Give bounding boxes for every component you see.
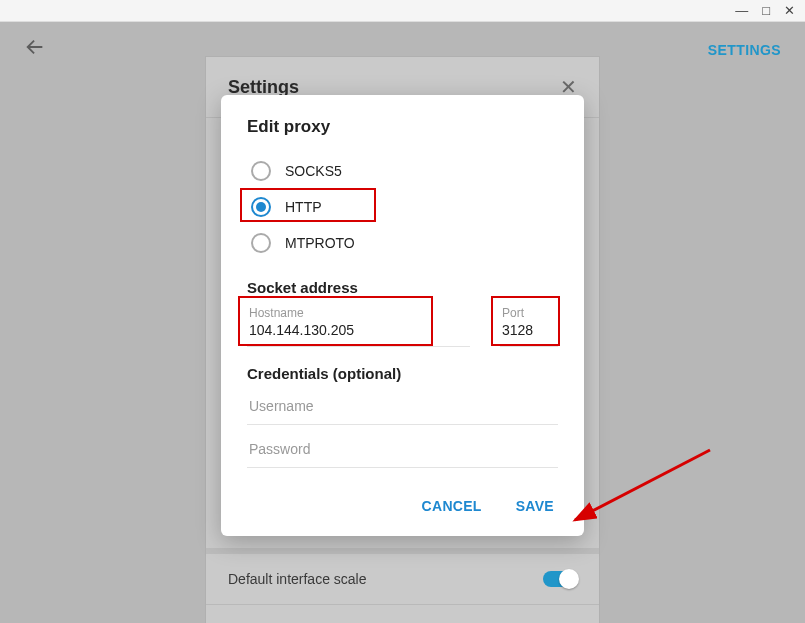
minimize-icon[interactable]: — xyxy=(735,4,748,17)
cancel-button[interactable]: CANCEL xyxy=(418,492,486,520)
edit-proxy-modal: Edit proxy SOCKS5 HTTP MTPROTO Socket ad… xyxy=(221,95,584,536)
back-arrow-icon[interactable] xyxy=(24,36,46,64)
modal-title: Edit proxy xyxy=(247,117,558,137)
window-titlebar: — □ ✕ xyxy=(0,0,805,22)
close-icon[interactable]: ✕ xyxy=(784,4,795,17)
hostname-input[interactable] xyxy=(249,320,468,340)
radio-label: HTTP xyxy=(285,199,322,215)
port-field-wrap: Port xyxy=(500,302,558,347)
modal-actions: CANCEL SAVE xyxy=(247,492,558,520)
radio-label: SOCKS5 xyxy=(285,163,342,179)
radio-mtproto[interactable]: MTPROTO xyxy=(247,225,558,261)
port-label: Port xyxy=(502,306,556,320)
radio-icon xyxy=(251,197,271,217)
password-input[interactable]: Password xyxy=(247,431,558,468)
port-input[interactable] xyxy=(502,320,556,340)
credentials-label: Credentials (optional) xyxy=(247,365,558,382)
settings-link[interactable]: SETTINGS xyxy=(708,42,781,58)
radio-icon xyxy=(251,161,271,181)
radio-label: MTPROTO xyxy=(285,235,355,251)
interface-scale-row[interactable]: Default interface scale xyxy=(206,548,599,605)
radio-socks5[interactable]: SOCKS5 xyxy=(247,153,558,189)
radio-icon xyxy=(251,233,271,253)
socket-fields: Hostname Port xyxy=(247,302,558,347)
save-button[interactable]: SAVE xyxy=(512,492,558,520)
radio-http[interactable]: HTTP xyxy=(247,189,558,225)
toggle-switch[interactable] xyxy=(543,571,577,587)
maximize-icon[interactable]: □ xyxy=(762,4,770,17)
interface-scale-label: Default interface scale xyxy=(228,571,367,587)
socket-address-label: Socket address xyxy=(247,279,558,296)
hostname-label: Hostname xyxy=(249,306,468,320)
hostname-field-wrap: Hostname xyxy=(247,302,470,347)
username-input[interactable]: Username xyxy=(247,388,558,425)
